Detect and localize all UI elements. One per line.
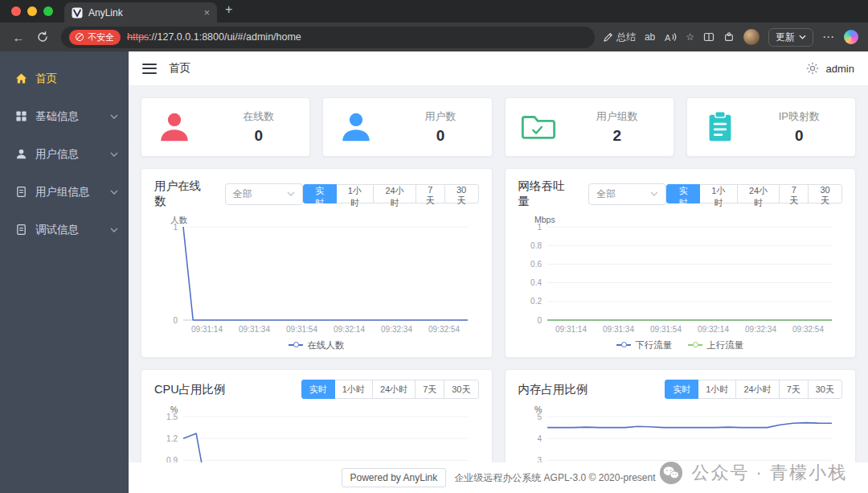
range-button[interactable]: 7天 — [779, 380, 809, 399]
profile-avatar[interactable] — [743, 29, 760, 45]
stat-card-ip-map: IP映射数 0 — [686, 97, 856, 157]
gear-icon[interactable] — [806, 62, 819, 75]
sidebar-item-user-info[interactable]: 用户信息 — [0, 135, 129, 173]
range-button[interactable]: 1小时 — [336, 184, 375, 203]
home-icon — [15, 72, 27, 84]
refresh-icon[interactable] — [32, 27, 53, 47]
close-tab-icon[interactable]: × — [203, 7, 210, 18]
minimize-window-button[interactable] — [27, 6, 37, 16]
copilot-icon[interactable] — [844, 30, 858, 44]
sidebar-item-group-info[interactable]: 用户组信息 — [0, 173, 129, 211]
url-rest: ://127.0.0.1:8800/ui/#/admin/home — [149, 31, 301, 43]
range-button[interactable]: 30天 — [808, 184, 842, 203]
range-button[interactable]: 7天 — [779, 184, 809, 203]
select-value: 全部 — [596, 187, 616, 201]
svg-text:09:31:14: 09:31:14 — [191, 325, 223, 334]
stat-value: 0 — [779, 127, 820, 145]
range-button[interactable]: 1小时 — [699, 184, 738, 203]
svg-text:A: A — [665, 33, 671, 43]
breadcrumb[interactable]: 首页 — [169, 61, 190, 76]
svg-text:1: 1 — [537, 223, 542, 232]
range-button[interactable]: 24小时 — [735, 380, 779, 399]
panel-title: 网络吞吐量 — [518, 179, 576, 209]
svg-text:09:31:34: 09:31:34 — [239, 325, 270, 334]
range-button[interactable]: 30天 — [444, 380, 478, 399]
close-window-button[interactable] — [11, 6, 21, 16]
stat-label: 在线数 — [243, 109, 274, 124]
new-tab-icon[interactable]: + — [225, 2, 232, 17]
range-button[interactable]: 7天 — [415, 380, 444, 399]
app-topbar: 首页 admin — [129, 51, 868, 86]
range-button[interactable]: 24小时 — [373, 184, 416, 203]
legend-item[interactable]: 下行流量 — [616, 339, 672, 351]
chevron-down-icon — [287, 191, 295, 196]
folder-icon — [520, 109, 557, 146]
stat-label: IP映射数 — [779, 109, 820, 124]
window-body: 首页 基础信息 用户信息 用户组信息 调试信息 — [0, 51, 868, 493]
sidebar-item-debug-info[interactable]: 调试信息 — [0, 211, 129, 249]
range-button[interactable]: 30天 — [808, 380, 842, 399]
range-button[interactable]: 1小时 — [698, 380, 736, 399]
range-button[interactable]: 24小时 — [372, 380, 416, 399]
users-icon — [338, 109, 375, 146]
range-button[interactable]: 实时 — [665, 380, 698, 399]
range-group: 实时1小时24小时7天30天 — [303, 184, 479, 203]
summary-label: 总结 — [616, 31, 636, 44]
stat-card-users: 用户数 0 — [322, 97, 492, 157]
user-icon — [15, 148, 27, 160]
extensions-icon[interactable] — [723, 31, 735, 43]
sidebar-item-label: 用户组信息 — [35, 185, 90, 199]
wechat-icon — [659, 461, 683, 485]
split-screen-icon[interactable] — [703, 31, 714, 43]
panel-title: 内存占用比例 — [518, 382, 588, 397]
range-button[interactable]: 24小时 — [737, 184, 780, 203]
range-button[interactable]: 实时 — [666, 184, 700, 203]
range-group: 实时1小时24小时7天30天 — [665, 380, 842, 399]
panel-title: CPU占用比例 — [154, 382, 226, 397]
legend-item[interactable]: 在线人数 — [289, 339, 344, 351]
range-button[interactable]: 实时 — [303, 184, 337, 203]
browser-tab[interactable]: AnyLink × — [64, 2, 217, 23]
read-aloud-icon[interactable]: A — [664, 31, 677, 43]
browser-menu-icon[interactable]: ⋯ — [822, 30, 835, 44]
svg-text:0.6: 0.6 — [530, 260, 542, 269]
stats-row: 在线数 0 用户数 0 用户组数 — [141, 97, 856, 157]
svg-text:0: 0 — [537, 316, 542, 325]
insecure-icon — [76, 33, 84, 41]
range-button[interactable]: 1小时 — [334, 380, 373, 399]
group-select[interactable]: 全部 — [588, 183, 666, 205]
url-field[interactable]: 不安全 https://127.0.0.1:8800/ui/#/admin/ho… — [61, 27, 595, 48]
sidebar-item-label: 调试信息 — [35, 223, 79, 237]
sidebar-item-home[interactable]: 首页 — [0, 60, 129, 97]
security-badge[interactable]: 不安全 — [69, 30, 121, 45]
pen-icon — [603, 32, 613, 43]
range-button[interactable]: 30天 — [444, 184, 479, 203]
back-icon[interactable]: ← — [8, 27, 29, 47]
chevron-down-icon — [110, 228, 118, 232]
range-button[interactable]: 实时 — [301, 380, 335, 399]
svg-text:4: 4 — [537, 434, 542, 443]
license-text: 企业级远程办公系统 AGPL-3.0 © 2020-present — [454, 471, 655, 485]
update-label: 更新 — [776, 31, 795, 44]
sidebar-item-basic-info[interactable]: 基础信息 — [0, 97, 129, 135]
range-button[interactable]: 7天 — [416, 184, 445, 203]
group-select[interactable]: 全部 — [225, 183, 303, 205]
update-button[interactable]: 更新 — [768, 28, 813, 47]
svg-text:5: 5 — [537, 413, 542, 421]
powered-by-link[interactable]: Powered by AnyLink — [342, 468, 447, 487]
svg-text:0: 0 — [173, 316, 178, 325]
maximize-window-button[interactable] — [43, 6, 53, 16]
summary-button[interactable]: 总结 — [603, 31, 636, 44]
translate-icon[interactable]: ab — [645, 31, 655, 43]
hamburger-icon[interactable] — [142, 64, 157, 74]
range-group: 实时1小时24小时7天30天 — [666, 184, 842, 203]
chart-canvas: Mbps00.20.40.60.8109:31:1409:31:3409:31:… — [518, 216, 843, 336]
svg-text:09:31:54: 09:31:54 — [286, 325, 317, 334]
traffic-lights — [0, 6, 64, 16]
favorite-star-icon[interactable]: ☆ — [686, 31, 694, 43]
tab-strip: AnyLink × + — [0, 0, 868, 23]
username[interactable]: admin — [826, 63, 854, 75]
legend-item[interactable]: 上行流量 — [688, 339, 743, 351]
clipboard-icon — [702, 109, 739, 146]
charts-row-1: 用户在线数 全部 实时1小时24小时7天30天 人数0109:31:1409:3… — [141, 168, 856, 358]
